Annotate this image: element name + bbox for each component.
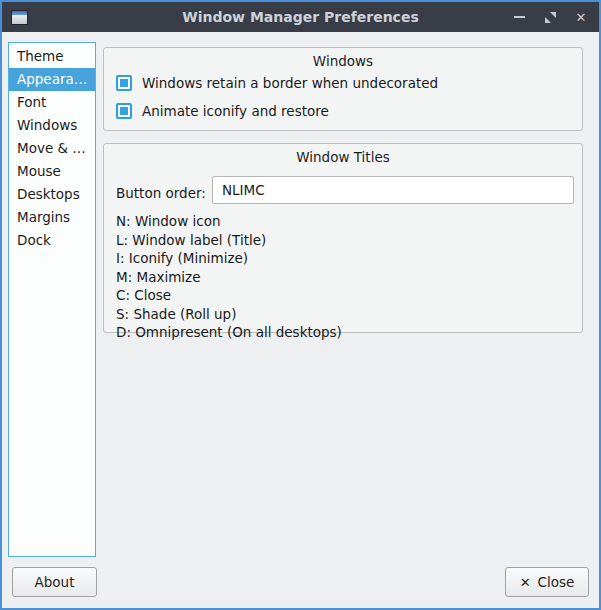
button-order-legend: N: Window icon L: Window label (Title) I… [116,212,342,342]
sidebar-item-mouse[interactable]: Mouse [9,160,95,183]
legend-line-d: D: Omnipresent (On all desktops) [116,323,342,342]
legend-line-c: C: Close [116,286,342,305]
window-manager-preferences-dialog: Window Manager Preferences ✕ Theme Appea… [0,0,601,610]
sidebar-item-windows[interactable]: Windows [9,114,95,137]
checkbox-checked-fill [120,107,128,115]
legend-line-s: S: Shade (Roll up) [116,305,342,324]
checkbox-row-border-undecorated[interactable]: Windows retain a border when undecorated [116,75,438,91]
checkbox-border-undecorated-icon[interactable] [116,75,132,91]
titlebar-controls: ✕ [512,10,588,24]
window-app-icon [11,10,28,25]
button-order-input[interactable] [212,176,574,204]
close-button-label: Close [538,574,575,590]
sidebar-item-desktops[interactable]: Desktops [9,183,95,206]
windows-group: Windows Windows retain a border when und… [103,47,583,131]
windows-group-title: Windows [104,53,582,69]
checkbox-border-undecorated-label: Windows retain a border when undecorated [142,75,438,91]
checkbox-animate-iconify-icon[interactable] [116,103,132,119]
window-titles-group: Window Titles Button order: N: Window ic… [103,143,583,333]
about-button-label: About [35,574,75,590]
checkbox-row-animate-iconify[interactable]: Animate iconify and restore [116,103,329,119]
close-button-icon: ✕ [520,575,531,590]
window-title: Window Manager Preferences [2,9,599,25]
close-window-button[interactable]: ✕ [574,10,588,24]
about-button[interactable]: About [12,567,97,597]
dialog-body: Theme Appeara… Font Windows Move & … Mou… [2,32,599,608]
close-button[interactable]: ✕ Close [505,567,589,597]
legend-line-n: N: Window icon [116,212,342,231]
sidebar-item-font[interactable]: Font [9,91,95,114]
sidebar-list: Theme Appeara… Font Windows Move & … Mou… [8,42,96,557]
sidebar-item-margins[interactable]: Margins [9,206,95,229]
button-order-label: Button order: [116,185,206,201]
maximize-icon [544,11,557,24]
close-window-icon: ✕ [576,11,587,24]
sidebar-item-theme[interactable]: Theme [9,45,95,68]
window-titles-group-title: Window Titles [104,149,582,165]
maximize-button[interactable] [543,10,557,24]
checkbox-animate-iconify-label: Animate iconify and restore [142,103,329,119]
minimize-icon [514,16,525,18]
checkbox-checked-fill [120,79,128,87]
sidebar-item-move[interactable]: Move & … [9,137,95,160]
legend-line-l: L: Window label (Title) [116,231,342,250]
legend-line-m: M: Maximize [116,268,342,287]
legend-line-i: I: Iconify (Minimize) [116,249,342,268]
minimize-button[interactable] [512,10,526,24]
sidebar-item-appearance[interactable]: Appeara… [9,68,95,91]
titlebar[interactable]: Window Manager Preferences ✕ [2,2,599,32]
sidebar-item-dock[interactable]: Dock [9,229,95,252]
